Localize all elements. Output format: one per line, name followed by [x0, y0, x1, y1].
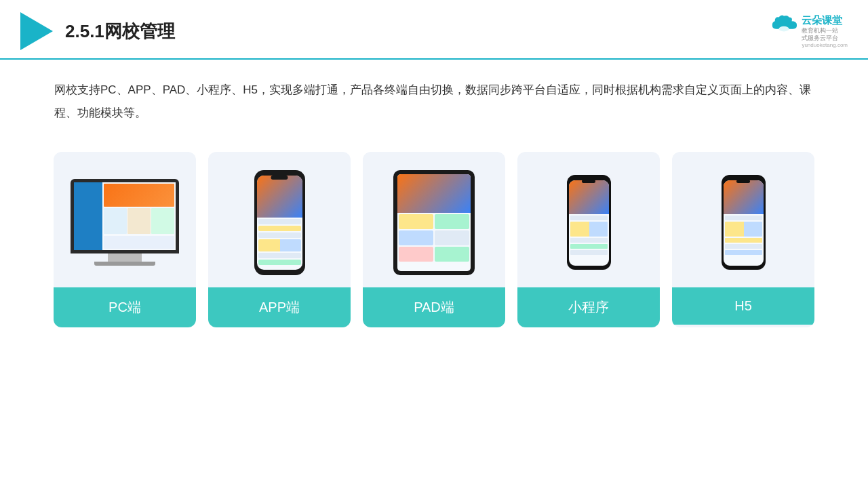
card-pc-image: [54, 152, 196, 287]
brand-logo: 云朵课堂 教育机构一站式服务云平台 yunduoketang.com: [770, 14, 848, 48]
brand-tagline: 教育机构一站式服务云平台: [802, 27, 848, 42]
app-phone-icon: [254, 170, 305, 275]
card-h5-label: H5: [672, 287, 814, 325]
h5-phone-icon: [722, 175, 766, 270]
logo-triangle-icon: [20, 12, 53, 50]
card-app-image: [208, 152, 351, 287]
card-pad-image: [363, 152, 505, 287]
card-miniapp-label: 小程序: [517, 287, 660, 327]
card-miniapp-image: [517, 152, 660, 287]
card-app: APP端: [208, 152, 351, 327]
pad-tablet-icon: [393, 170, 475, 275]
cloud-icon: [770, 14, 798, 33]
card-app-label: APP端: [208, 287, 351, 327]
header-left: 2.5.1网校管理: [20, 12, 175, 50]
card-pc: PC端: [54, 152, 196, 327]
card-pad: PAD端: [363, 152, 505, 327]
miniapp-phone-icon: [567, 175, 611, 270]
description-text: 网校支持PC、APP、PAD、小程序、H5，实现多端打通，产品各终端自由切换，数…: [0, 60, 868, 131]
card-miniapp: 小程序: [517, 152, 660, 327]
page-header: 2.5.1网校管理 云朵课堂 教育机构一站式服务云平台 yunduoketang…: [0, 0, 868, 60]
brand-name: 云朵课堂: [802, 14, 848, 27]
card-h5-image: [672, 152, 814, 287]
page-title: 2.5.1网校管理: [65, 20, 175, 43]
cards-container: PC端 APP端: [0, 131, 868, 348]
card-pc-label: PC端: [54, 287, 196, 327]
pc-monitor-icon: [71, 179, 179, 266]
description-paragraph: 网校支持PC、APP、PAD、小程序、H5，实现多端打通，产品各终端自由切换，数…: [54, 79, 814, 125]
brand-url: yunduoketang.com: [802, 42, 848, 48]
brand-text: 云朵课堂 教育机构一站式服务云平台 yunduoketang.com: [802, 14, 848, 48]
card-h5: H5: [672, 152, 814, 327]
svg-point-0: [779, 26, 789, 32]
card-pad-label: PAD端: [363, 287, 505, 327]
